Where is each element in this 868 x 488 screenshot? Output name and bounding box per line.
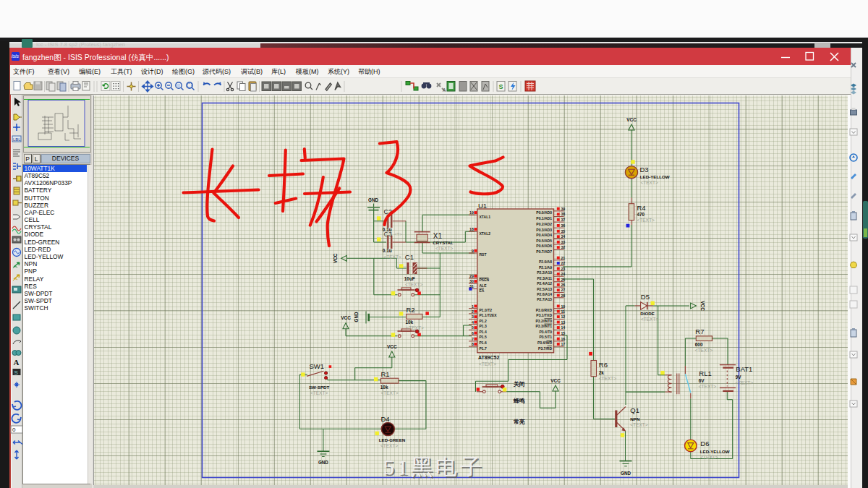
svg-text:24: 24 [561,272,565,276]
svg-text:26: 26 [561,283,565,287]
svg-text:10k: 10k [380,385,388,390]
svg-text:VCC: VCC [387,344,397,349]
svg-text:<TEXT>: <TEXT> [380,443,398,448]
svg-text:R1: R1 [381,370,390,378]
svg-text:<TEXT>: <TEXT> [479,361,496,367]
svg-text:P1.1/T2EX: P1.1/T2EX [480,313,498,317]
svg-text:P2.6/A14: P2.6/A14 [537,292,552,296]
svg-text:蜂鸣: 蜂鸣 [513,398,525,404]
svg-text:R7: R7 [695,328,704,335]
svg-text:RST: RST [480,252,487,257]
svg-text:17: 17 [561,342,565,346]
svg-text:34: 34 [561,234,565,239]
svg-text:VCC: VCC [550,378,561,383]
svg-text:18: 18 [469,227,474,231]
svg-text:16: 16 [561,337,565,341]
svg-text:ALE: ALE [480,283,488,288]
svg-text:PSEN: PSEN [480,278,490,282]
svg-text:P2.0/A8: P2.0/A8 [539,260,552,264]
svg-text:R6: R6 [599,361,608,369]
svg-text:CRYSTAL: CRYSTAL [433,240,454,245]
svg-text:<TEXT>: <TEXT> [435,246,453,251]
svg-text:19: 19 [469,210,474,215]
svg-text:6: 6 [472,331,474,335]
svg-text:32: 32 [561,245,565,249]
svg-text:EA: EA [480,288,485,293]
svg-text:<T>: <T> [394,232,402,236]
svg-text:P3.4/T0: P3.4/T0 [539,330,552,334]
svg-text:<TEXT>: <TEXT> [736,380,753,385]
svg-text:8: 8 [472,342,474,346]
svg-text:常亮: 常亮 [514,419,525,425]
svg-text:27: 27 [561,288,565,292]
svg-text:DIODE: DIODE [640,311,655,316]
svg-text:P0.6/AD6: P0.6/AD6 [536,244,552,248]
svg-text:<TEXT>: <TEXT> [407,325,424,330]
svg-text:P3.7/RD: P3.7/RD [538,346,552,351]
svg-text:A: A [443,87,446,93]
svg-text:33: 33 [561,240,565,244]
svg-text:14: 14 [561,325,565,330]
svg-text:GND: GND [318,460,328,465]
svg-text:7: 7 [472,337,474,341]
svg-text:VCC: VCC [333,253,339,263]
svg-text:<TEXT>: <TEXT> [637,218,655,223]
svg-text:22: 22 [561,261,565,265]
svg-text:51黑电子: 51黑电子 [383,455,485,479]
svg-text:P2.2/A10: P2.2/A10 [537,270,552,275]
svg-text:<TEXT>: <TEXT> [630,422,647,427]
svg-text:P1.3: P1.3 [480,324,488,328]
svg-text:C3: C3 [384,231,393,238]
svg-text:SW-SPDT: SW-SPDT [309,385,330,390]
svg-text:3: 3 [472,314,474,319]
svg-text:D4: D4 [381,415,390,423]
svg-text:10uF: 10uF [404,276,415,281]
svg-text:关闭: 关闭 [513,381,525,388]
svg-text:5: 5 [472,325,474,330]
svg-text:XTAL1: XTAL1 [480,215,491,219]
svg-text:RL1: RL1 [699,369,711,377]
svg-text:GND: GND [354,312,359,322]
svg-text:6V: 6V [699,378,705,383]
svg-text:VCC: VCC [700,301,705,311]
svg-text:12: 12 [561,314,565,319]
svg-text:P1.2: P1.2 [480,319,488,323]
svg-text:<TEXT>: <TEXT> [381,390,399,395]
svg-text:P0.3/AD3: P0.3/AD3 [536,228,552,232]
svg-text:P2.7/A15: P2.7/A15 [537,297,552,301]
svg-text:P3.3/INT1: P3.3/INT1 [535,324,552,328]
svg-text:P1.5: P1.5 [480,335,488,339]
svg-text:23: 23 [561,267,565,271]
svg-text:VCC: VCC [626,117,637,122]
svg-text:U1: U1 [478,202,487,210]
svg-text:P2.1/A9: P2.1/A9 [539,265,552,270]
svg-text:P1.7: P1.7 [480,346,488,351]
svg-text:XTAL2: XTAL2 [480,231,491,236]
svg-text:0.1u: 0.1u [383,248,392,253]
svg-text:P2.4/A12: P2.4/A12 [537,281,552,286]
svg-text:35: 35 [561,229,565,234]
svg-text:37: 37 [561,218,565,222]
svg-text:P1.4: P1.4 [480,330,488,334]
svg-text:P0.2/AD2: P0.2/AD2 [536,222,552,226]
svg-text:P0.4/AD4: P0.4/AD4 [536,233,552,237]
svg-text:P2.5/A13: P2.5/A13 [537,287,552,291]
svg-text:P3.2/INT0: P3.2/INT0 [535,319,552,323]
svg-text:LED-YELLOW: LED-YELLOW [640,174,670,179]
svg-text:4: 4 [472,320,474,325]
svg-text:P3.6/WR: P3.6/WR [537,341,552,345]
svg-text:A: A [14,358,20,367]
svg-text:BAT1: BAT1 [736,365,752,373]
svg-text:LED-GREEN: LED-GREEN [379,437,406,442]
svg-text:25: 25 [561,278,565,282]
svg-text:GND: GND [368,197,378,202]
svg-text:<TEXT>: <TEXT> [641,317,658,322]
svg-text:39: 39 [561,207,565,211]
svg-text:15: 15 [561,331,565,335]
svg-text:R4: R4 [637,204,646,212]
svg-text:P3.1/TXD: P3.1/TXD [536,313,552,317]
svg-text:11: 11 [561,309,565,314]
svg-text:28: 28 [561,294,565,298]
svg-text:AT89C52: AT89C52 [478,355,500,360]
svg-text:P0.5/AD5: P0.5/AD5 [536,239,552,243]
